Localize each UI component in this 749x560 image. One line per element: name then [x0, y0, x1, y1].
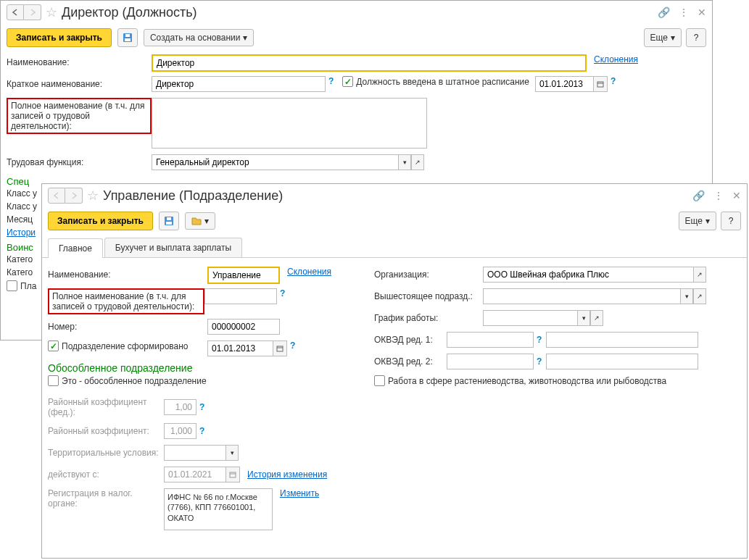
svg-rect-1 — [125, 38, 131, 41]
menu-icon[interactable]: ⋮ — [679, 7, 689, 18]
help-icon[interactable]: ? — [199, 426, 204, 436]
calendar-button[interactable] — [593, 76, 608, 92]
favorite-icon[interactable]: ☆ — [87, 188, 99, 204]
chevron-down-icon: ▾ — [204, 216, 209, 226]
open-button[interactable]: ↗ — [411, 154, 424, 170]
dropdown-button[interactable]: ▾ — [398, 154, 411, 170]
open-button[interactable]: ↗ — [693, 288, 706, 304]
agriculture-checkbox[interactable] — [374, 375, 385, 386]
org-input[interactable] — [483, 267, 693, 283]
tab-accounting[interactable]: Бухучет и выплата зарплаты — [104, 238, 242, 257]
svg-rect-8 — [277, 346, 283, 351]
help-button[interactable]: ? — [686, 28, 706, 47]
full-name-input[interactable] — [204, 288, 277, 304]
window-title: Управление (Подразделение) — [103, 188, 283, 204]
save-icon — [123, 33, 133, 43]
back-button[interactable] — [48, 188, 65, 204]
help-icon[interactable]: ? — [199, 402, 204, 412]
link-icon[interactable]: 🔗 — [692, 190, 705, 201]
menu-icon[interactable]: ⋮ — [713, 190, 724, 201]
close-icon[interactable]: ✕ — [732, 190, 741, 201]
schedule-date-input[interactable] — [535, 76, 593, 92]
help-icon[interactable]: ? — [537, 356, 542, 367]
territorial-label: Территориальные условия: — [48, 448, 164, 458]
arrow-left-icon — [12, 9, 19, 16]
short-name-input[interactable] — [152, 76, 326, 92]
svg-rect-6 — [166, 222, 172, 225]
calendar-button[interactable] — [273, 340, 287, 356]
declension-link[interactable]: Склонения — [287, 267, 331, 277]
schedule-checkbox[interactable] — [342, 76, 353, 87]
okved2-name-input[interactable] — [546, 354, 698, 369]
chevron-down-icon: ▾ — [243, 33, 247, 43]
effective-from-label: действуют с: — [48, 469, 164, 480]
dropdown-button[interactable]: ▾ — [577, 310, 590, 326]
tab-main[interactable]: Главное — [48, 238, 103, 258]
help-icon[interactable]: ? — [280, 288, 285, 298]
help-button[interactable]: ? — [721, 212, 741, 230]
help-icon[interactable]: ? — [328, 76, 334, 86]
history-link[interactable]: История изменения — [247, 469, 327, 480]
toolbar: Записать и закрыть ▾ Еще ▾ ? — [42, 207, 747, 235]
okved1-label: ОКВЭД ред. 1: — [374, 335, 447, 345]
schedule-label: График работы: — [374, 313, 483, 323]
create-based-button[interactable]: Создать на основании ▾ — [144, 29, 255, 46]
partial-pla: Пла — [20, 281, 36, 291]
declension-link[interactable]: Склонения — [594, 54, 638, 64]
calendar-icon — [229, 471, 236, 478]
partial-cat2: Катего — [7, 267, 33, 277]
okved1-code-input[interactable] — [447, 332, 534, 348]
back-button[interactable] — [7, 4, 24, 20]
save-close-button[interactable]: Записать и закрыть — [7, 28, 112, 47]
full-name-textarea[interactable] — [152, 98, 427, 149]
partial-month: Месяц — [7, 214, 33, 225]
okved1-name-input[interactable] — [546, 332, 698, 348]
calendar-button[interactable] — [225, 467, 240, 482]
folder-button[interactable]: ▾ — [185, 212, 215, 230]
save-close-button[interactable]: Записать и закрыть — [48, 212, 153, 230]
close-icon[interactable]: ✕ — [698, 7, 706, 18]
link-icon[interactable]: 🔗 — [658, 7, 670, 18]
more-label: Еще — [650, 33, 668, 43]
okved2-code-input[interactable] — [447, 354, 534, 369]
forward-button[interactable] — [65, 188, 83, 204]
folder-icon — [191, 217, 202, 225]
dropdown-button[interactable]: ▾ — [680, 288, 693, 304]
partial-class2: Класс у — [7, 201, 37, 212]
titlebar: ☆ Управление (Подразделение) 🔗 ⋮ ✕ — [42, 184, 747, 207]
save-button[interactable] — [117, 28, 138, 47]
history-link[interactable]: Истори — [7, 227, 36, 238]
save-button[interactable] — [159, 212, 179, 230]
full-name-label: Полное наименование (в т.ч. для записей … — [48, 288, 204, 314]
more-button[interactable]: Еще ▾ — [644, 28, 682, 47]
open-button[interactable]: ↗ — [590, 310, 603, 326]
dropdown-button[interactable]: ▾ — [225, 445, 239, 461]
name-input[interactable] — [152, 54, 587, 72]
help-icon[interactable]: ? — [611, 76, 616, 86]
name-input[interactable] — [207, 267, 280, 284]
change-link[interactable]: Изменить — [280, 488, 319, 498]
okved2-label: ОКВЭД ред. 2: — [374, 356, 447, 367]
svg-rect-2 — [125, 34, 130, 37]
district-fed-label: Районный коэффициент (фед.): — [48, 397, 164, 417]
district-input[interactable] — [164, 423, 196, 439]
parent-input[interactable] — [483, 288, 680, 304]
separate-checkbox[interactable] — [48, 375, 59, 386]
open-button[interactable]: ↗ — [693, 267, 706, 283]
help-icon[interactable]: ? — [537, 335, 542, 345]
formed-date-input[interactable] — [207, 340, 273, 356]
formed-checkbox[interactable] — [48, 340, 59, 351]
district-fed-input[interactable] — [164, 399, 196, 415]
create-based-label: Создать на основании — [150, 33, 241, 43]
more-button[interactable]: Еще ▾ — [679, 212, 716, 230]
favorite-icon[interactable]: ☆ — [46, 4, 57, 20]
help-icon[interactable]: ? — [290, 340, 295, 351]
pla-checkbox[interactable] — [7, 280, 17, 291]
number-input[interactable] — [207, 319, 280, 335]
forward-button[interactable] — [24, 4, 41, 20]
effective-from-input[interactable] — [164, 467, 225, 482]
territorial-input[interactable] — [164, 445, 225, 461]
schedule-input[interactable] — [483, 310, 577, 326]
name-label: Наименование: — [7, 54, 152, 67]
labor-func-input[interactable] — [152, 154, 398, 170]
